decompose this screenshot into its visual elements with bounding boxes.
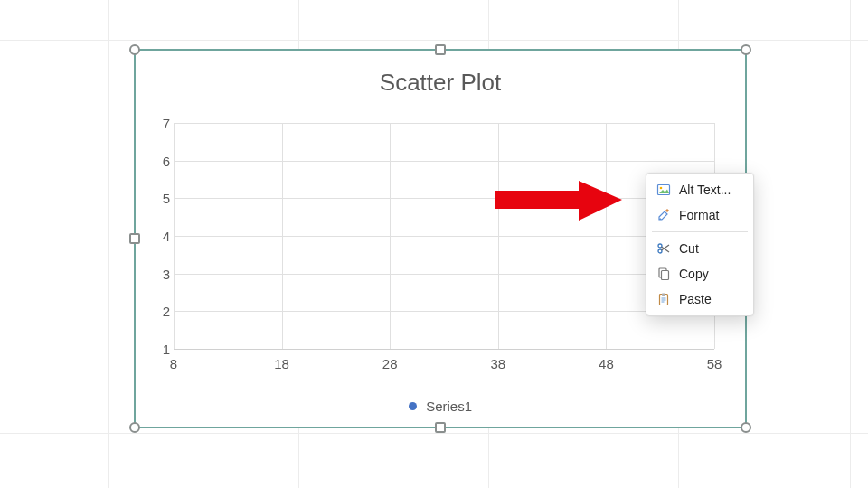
menu-item-label: Copy xyxy=(679,267,709,281)
svg-rect-8 xyxy=(662,294,665,296)
y-tick-label: 5 xyxy=(163,191,170,206)
gridline-horizontal xyxy=(174,161,714,162)
x-tick-label: 8 xyxy=(170,356,177,371)
gridline-vertical xyxy=(390,123,391,349)
context-menu[interactable]: Alt Text...FormatCutCopyPaste xyxy=(646,173,754,316)
menu-item-label: Paste xyxy=(679,292,712,306)
menu-item-copy[interactable]: Copy xyxy=(646,261,753,286)
resize-handle-top[interactable] xyxy=(435,44,446,55)
gridline-horizontal xyxy=(174,198,714,199)
resize-handle-bottom-left[interactable] xyxy=(129,422,140,433)
legend-series-label: Series1 xyxy=(426,399,472,414)
y-tick-label: 1 xyxy=(163,342,170,357)
x-tick-label: 38 xyxy=(490,356,505,371)
svg-rect-2 xyxy=(665,209,669,212)
chart-title[interactable]: Scatter Plot xyxy=(136,69,745,97)
y-tick-label: 2 xyxy=(163,304,170,319)
menu-separator xyxy=(652,231,748,232)
x-tick-label: 28 xyxy=(382,356,398,371)
x-tick-label: 58 xyxy=(707,356,722,371)
legend-swatch-icon xyxy=(409,402,417,410)
y-tick-label: 3 xyxy=(163,266,170,281)
menu-item-label: Cut xyxy=(679,241,699,256)
clipboard-icon xyxy=(656,291,672,307)
y-tick-label: 4 xyxy=(163,229,170,244)
y-tick-label: 7 xyxy=(163,116,170,131)
y-tick-label: 6 xyxy=(163,153,170,168)
gridline-horizontal xyxy=(174,274,714,275)
resize-handle-left[interactable] xyxy=(129,233,140,244)
gridline-vertical xyxy=(606,123,607,349)
plot-area[interactable] xyxy=(174,123,714,350)
svg-rect-6 xyxy=(662,271,669,280)
gridline-horizontal xyxy=(174,236,714,237)
paint-icon xyxy=(656,207,672,223)
x-tick-label: 48 xyxy=(599,356,614,371)
menu-item-label: Alt Text... xyxy=(679,183,731,197)
menu-item-paste[interactable]: Paste xyxy=(646,286,753,312)
resize-handle-bottom[interactable] xyxy=(435,422,446,433)
scissors-icon xyxy=(656,240,672,257)
x-tick-label: 18 xyxy=(274,356,289,371)
resize-handle-top-left[interactable] xyxy=(129,44,140,55)
gridline-horizontal xyxy=(174,311,714,312)
resize-handle-top-right[interactable] xyxy=(741,44,751,55)
copy-icon xyxy=(656,266,672,282)
picture-icon xyxy=(656,182,672,198)
x-axis-labels: 81828384858 xyxy=(174,356,714,374)
gridline-vertical xyxy=(498,123,499,349)
menu-item-format[interactable]: Format xyxy=(646,202,753,228)
chart-canvas[interactable]: Scatter Plot 1234567 81828384858 Series1… xyxy=(134,49,747,428)
gridline-horizontal xyxy=(174,123,714,124)
svg-point-1 xyxy=(660,187,663,190)
menu-item-cut[interactable]: Cut xyxy=(646,236,753,261)
gridline-vertical xyxy=(282,123,283,349)
y-axis-labels: 1234567 xyxy=(145,123,170,349)
chart-legend[interactable]: Series1 xyxy=(136,397,745,414)
menu-item-alt-text[interactable]: Alt Text... xyxy=(646,177,753,202)
menu-item-label: Format xyxy=(679,208,719,222)
gridline-vertical xyxy=(174,123,175,349)
resize-handle-bottom-right[interactable] xyxy=(741,422,751,433)
